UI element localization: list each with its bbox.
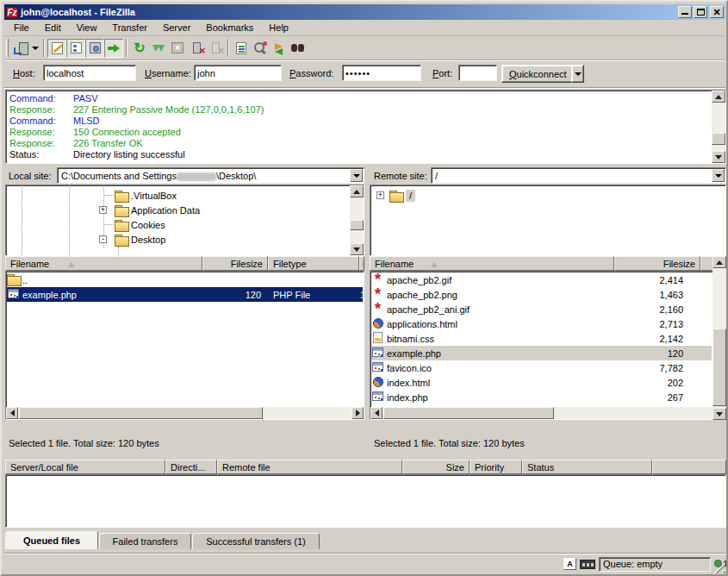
toolbar-grip[interactable] [6, 39, 9, 57]
column-header-filesize[interactable]: Filesize [202, 256, 268, 271]
menu-help[interactable]: Help [261, 21, 296, 34]
list-item[interactable]: index.html202 [371, 375, 712, 390]
scroll-down-icon[interactable] [712, 408, 726, 420]
menu-view[interactable]: View [69, 21, 105, 34]
local-directory-tree: .VirtualBox + Application Data Cookies -… [5, 185, 364, 256]
scroll-up-icon[interactable] [350, 185, 364, 197]
directory-comparison-icon[interactable] [251, 39, 270, 58]
column-header-server-local-file[interactable]: Server/Local file [5, 460, 165, 474]
maximize-button[interactable] [694, 6, 707, 18]
scroll-down-icon[interactable] [712, 151, 725, 163]
folder-open-icon [389, 191, 402, 201]
local-tree-scrollbar[interactable] [350, 185, 364, 255]
ascii-datatype-icon[interactable]: A [563, 558, 576, 570]
tree-item-desktop[interactable]: Desktop [115, 232, 165, 247]
expand-icon[interactable]: + [376, 191, 384, 199]
column-header-filetype[interactable]: Filetype [268, 256, 359, 271]
toggle-message-log-icon[interactable] [47, 39, 66, 58]
menu-bookmarks[interactable]: Bookmarks [198, 21, 261, 34]
local-list-hscrollbar[interactable] [6, 407, 364, 419]
list-item[interactable]: favicon.ico7,782 [371, 360, 712, 375]
scrollbar-thumb[interactable] [383, 407, 554, 419]
process-queue-icon[interactable] [149, 39, 168, 58]
menu-edit[interactable]: Edit [37, 21, 69, 34]
column-header-filesize[interactable]: Filesize [614, 256, 700, 271]
menu-file[interactable]: File [6, 21, 37, 34]
scrollbar-thumb[interactable] [712, 133, 725, 145]
toggle-remote-tree-icon[interactable] [85, 39, 104, 58]
column-header-filename[interactable]: Filename [370, 256, 614, 271]
transfer-queue-list[interactable] [5, 474, 726, 528]
minimize-button[interactable] [678, 6, 692, 18]
scrollbar-thumb[interactable] [350, 220, 364, 230]
disconnect-icon[interactable]: × [187, 39, 206, 58]
list-item[interactable]: *apache_pb2.png1,463 [371, 287, 712, 302]
local-site-label: Local site: [9, 171, 52, 181]
host-input[interactable] [43, 65, 136, 81]
tree-item-virtualbox[interactable]: .VirtualBox [115, 188, 177, 203]
scroll-right-icon[interactable] [352, 407, 364, 419]
scroll-up-icon[interactable] [712, 256, 726, 268]
reconnect-icon[interactable]: × [206, 39, 225, 58]
column-header-filename[interactable]: Filename [5, 256, 202, 271]
log-scrollbar[interactable] [712, 91, 725, 163]
site-manager-icon[interactable] [11, 39, 30, 58]
close-button[interactable]: ✕ [710, 6, 724, 18]
expand-icon[interactable]: + [99, 206, 107, 214]
column-header-size[interactable]: Size [402, 460, 470, 474]
list-item[interactable]: index.php267 [371, 390, 712, 404]
remote-site-dropdown-icon[interactable] [712, 169, 725, 182]
scroll-up-icon[interactable] [712, 91, 725, 103]
folder-icon [115, 235, 128, 245]
scrollbar-thumb[interactable] [712, 329, 726, 406]
username-input[interactable] [194, 65, 282, 81]
toggle-local-tree-icon[interactable] [66, 39, 85, 58]
tab-queued-files[interactable]: Queued files [5, 531, 98, 549]
refresh-icon[interactable]: ↻ [130, 39, 149, 58]
scroll-left-icon[interactable] [370, 407, 383, 419]
list-item[interactable]: *apache_pb2_ani.gif2,160 [371, 302, 712, 316]
tree-item-application-data[interactable]: Application Data [115, 203, 200, 217]
tree-item-cookies[interactable]: Cookies [115, 217, 165, 232]
remote-list-hscrollbar[interactable] [370, 407, 725, 419]
local-site-dropdown-icon[interactable] [350, 169, 363, 182]
scroll-left-icon[interactable] [6, 407, 18, 419]
cancel-operation-icon[interactable]: × [168, 39, 187, 58]
find-files-icon[interactable] [289, 39, 308, 58]
column-header-lastmodified[interactable]: L [359, 256, 364, 271]
list-item[interactable]: *apache_pb2.gif2,414 [371, 272, 712, 287]
column-header-remote-file[interactable]: Remote file [217, 460, 402, 474]
toolbar-separator [227, 39, 229, 57]
quickconnect-button[interactable]: Quickconnect [501, 65, 575, 83]
collapse-icon[interactable]: - [99, 235, 107, 243]
synchronized-browsing-icon[interactable] [270, 39, 289, 58]
local-site-combobox[interactable]: C:\Documents and Settings\Desktop\ [57, 167, 364, 184]
toggle-transfer-queue-icon[interactable] [104, 39, 123, 58]
scroll-down-icon[interactable] [350, 243, 364, 255]
port-input[interactable] [458, 65, 497, 81]
list-item-example-php[interactable]: example.php 120 PHP File 1 [7, 287, 363, 302]
speed-limits-icon[interactable] [580, 560, 595, 569]
password-input[interactable] [342, 65, 421, 81]
list-item-parent-dir[interactable]: .. [7, 272, 363, 287]
title-bar[interactable]: Fz john@localhost - FileZilla ✕ [4, 4, 725, 20]
ico-file-icon [371, 362, 384, 373]
list-item-selected[interactable]: example.php120 [371, 346, 712, 360]
column-header-direction[interactable]: Directi... [165, 460, 217, 474]
column-header-priority[interactable]: Priority [470, 460, 522, 474]
tab-failed-transfers[interactable]: Failed transfers [99, 533, 191, 549]
quickconnect-dropdown-icon[interactable] [571, 65, 584, 83]
column-header-status[interactable]: Status [522, 460, 652, 474]
tab-successful-transfers[interactable]: Successful transfers (1) [192, 533, 320, 549]
list-item[interactable]: bitnami.css2,142 [371, 331, 712, 346]
list-item[interactable]: applications.html2,713 [371, 316, 712, 331]
remote-directory-tree: + / [370, 185, 726, 256]
tree-item-root[interactable]: / [389, 188, 415, 203]
remote-site-combobox[interactable]: / [431, 167, 726, 184]
menu-transfer[interactable]: Transfer [104, 21, 155, 34]
directory-filters-icon[interactable] [232, 39, 251, 58]
site-manager-dropdown-icon[interactable] [30, 39, 40, 58]
menu-server[interactable]: Server [155, 21, 198, 34]
scrollbar-thumb[interactable] [19, 407, 263, 419]
remote-list-vscrollbar[interactable] [712, 256, 726, 420]
